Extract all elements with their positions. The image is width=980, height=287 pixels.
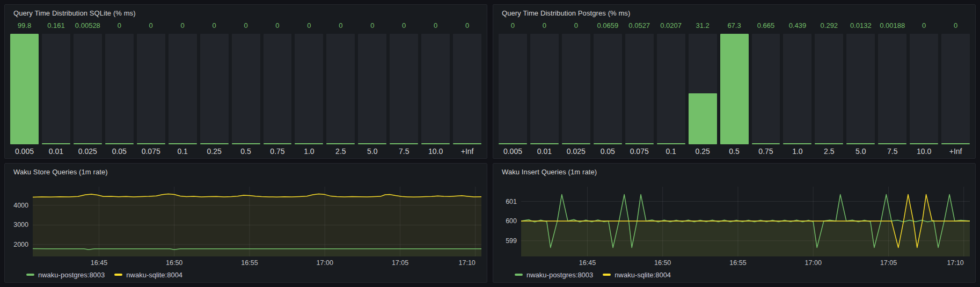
bar-column[interactable]: 05.0 [358, 21, 386, 156]
bar-value-label: 0 [232, 21, 260, 31]
bar-column[interactable]: 01.0 [295, 21, 323, 156]
legend-item[interactable]: nwaku-postgres:8003 [515, 271, 593, 279]
bar-column[interactable]: 07.5 [390, 21, 418, 156]
bar-column[interactable]: 00.005 [499, 21, 527, 156]
x-axis-tick-label: 16:50 [654, 259, 671, 267]
bar-value-label: 0 [499, 21, 527, 31]
bar-column[interactable]: 0.1610.01 [42, 21, 70, 156]
bar-value-label: 0.00188 [878, 21, 906, 31]
bar-column[interactable]: 0.2922.5 [815, 21, 843, 156]
bar-bucket-label: 10.0 [910, 144, 938, 156]
bar-bucket-label: 0.025 [562, 144, 590, 156]
bar-column[interactable]: 0.4391.0 [783, 21, 811, 156]
bar-column[interactable]: 00.75 [264, 21, 292, 156]
bar-fill [295, 143, 323, 144]
bar-bucket-label: 0.1 [657, 144, 685, 156]
panel-query-time-sqlite: Query Time Distribution SQLite (% ms) 99… [4, 4, 487, 159]
bar-column[interactable]: 00.075 [137, 21, 165, 156]
x-axis-tick-label: 16:55 [729, 259, 746, 267]
legend-item[interactable]: nwaku-postgres:8003 [26, 271, 105, 279]
bar-bucket-label: 5.0 [358, 144, 386, 156]
bar-track [878, 34, 906, 144]
bar-track [10, 34, 39, 144]
bar-column[interactable]: 00.1 [169, 21, 197, 156]
bar-column[interactable]: 02.5 [326, 21, 355, 156]
legend-series-dash-icon [26, 274, 34, 276]
bar-value-label: 0.665 [752, 21, 780, 31]
bar-track [752, 34, 780, 144]
panel-title-insert[interactable]: Waku Insert Queries (1m rate) [499, 167, 970, 178]
bar-fill [42, 143, 70, 144]
bar-value-label: 31.2 [689, 21, 717, 31]
bar-bucket-label: +Inf [453, 144, 481, 156]
bar-column[interactable]: 00.5 [232, 21, 260, 156]
panel-title-sqlite[interactable]: Query Time Distribution SQLite (% ms) [10, 8, 481, 20]
bar-track [689, 34, 717, 144]
bar-column[interactable]: 00.01 [530, 21, 559, 156]
bar-column[interactable]: 0.6650.75 [752, 21, 780, 156]
plot-area[interactable] [521, 187, 970, 256]
bar-column[interactable]: 00.05 [105, 21, 134, 156]
bar-gauge-postgres: 00.00500.0100.0250.06590.050.05270.0750.… [499, 20, 970, 156]
bar-fill [878, 143, 906, 144]
y-axis-tick-label: 601 [506, 198, 517, 205]
bar-column[interactable]: 0+Inf [941, 21, 970, 156]
bar-bucket-label: 1.0 [783, 144, 811, 156]
bar-track [200, 34, 229, 144]
bar-value-label: 99.8 [10, 21, 39, 31]
chart-area: 599600601 [499, 187, 970, 256]
bar-fill [232, 143, 260, 144]
bar-column[interactable]: 010.0 [910, 21, 938, 156]
x-axis-tick-label: 16:45 [579, 259, 596, 267]
bar-bucket-label: 0.01 [42, 144, 70, 156]
bar-bucket-label: 1.0 [295, 144, 323, 156]
bar-value-label: 0.161 [42, 21, 70, 31]
bar-bucket-label: 7.5 [390, 144, 418, 156]
legend-series-label: nwaku-postgres:8003 [526, 271, 593, 279]
bar-column[interactable]: 0.001887.5 [878, 21, 906, 156]
bar-fill [326, 143, 355, 144]
legend-series-dash-icon [515, 274, 523, 276]
time-series-store: 20003000400016:4516:5016:5517:0017:0517:… [10, 178, 481, 280]
bar-track [105, 34, 134, 144]
legend: nwaku-postgres:8003nwaku-sqlite:8004 [26, 269, 481, 280]
x-axis: 16:4516:5016:5517:0017:0517:10 [33, 256, 481, 267]
bar-column[interactable]: 0.05270.075 [625, 21, 654, 156]
bar-column[interactable]: 31.20.25 [689, 21, 717, 156]
bar-bucket-label: 0.75 [264, 144, 292, 156]
legend-series-label: nwaku-sqlite:8004 [126, 271, 182, 279]
x-axis: 16:4516:5016:5517:0017:0517:10 [521, 256, 970, 267]
legend-series-label: nwaku-postgres:8003 [38, 271, 105, 279]
bar-fill [941, 143, 970, 144]
panel-title-store[interactable]: Waku Store Queries (1m rate) [10, 167, 481, 178]
bar-value-label: 0.0207 [657, 21, 685, 31]
bar-column[interactable]: 0.005280.025 [74, 21, 102, 156]
panel-title-postgres[interactable]: Query Time Distribution Postgres (% ms) [499, 8, 970, 20]
legend-item[interactable]: nwaku-sqlite:8004 [603, 271, 671, 279]
bar-bucket-label: 0.1 [169, 144, 197, 156]
bar-column[interactable]: 00.025 [562, 21, 590, 156]
bar-fill [200, 143, 229, 144]
x-axis-tick-label: 17:10 [947, 259, 964, 267]
plot-area[interactable] [33, 187, 481, 256]
bar-column[interactable]: 00.25 [200, 21, 229, 156]
bar-value-label: 0 [941, 21, 970, 31]
bar-column[interactable]: 0+Inf [453, 21, 481, 156]
bar-track [42, 34, 70, 144]
bar-value-label: 0 [295, 21, 323, 31]
bar-column[interactable]: 010.0 [421, 21, 450, 156]
bar-column[interactable]: 0.06590.05 [594, 21, 622, 156]
bar-fill [689, 93, 717, 145]
bar-column[interactable]: 99.80.005 [10, 21, 39, 156]
panel-query-time-postgres: Query Time Distribution Postgres (% ms) … [493, 4, 976, 159]
bar-value-label: 0 [169, 21, 197, 31]
bar-fill [562, 143, 590, 144]
bar-track [625, 34, 654, 144]
bar-column[interactable]: 0.01325.0 [846, 21, 875, 156]
bar-fill [10, 34, 39, 144]
bar-column[interactable]: 67.30.5 [720, 21, 749, 156]
legend: nwaku-postgres:8003nwaku-sqlite:8004 [515, 269, 970, 280]
bar-track [295, 34, 323, 144]
bar-column[interactable]: 0.02070.1 [657, 21, 685, 156]
legend-item[interactable]: nwaku-sqlite:8004 [114, 271, 182, 279]
